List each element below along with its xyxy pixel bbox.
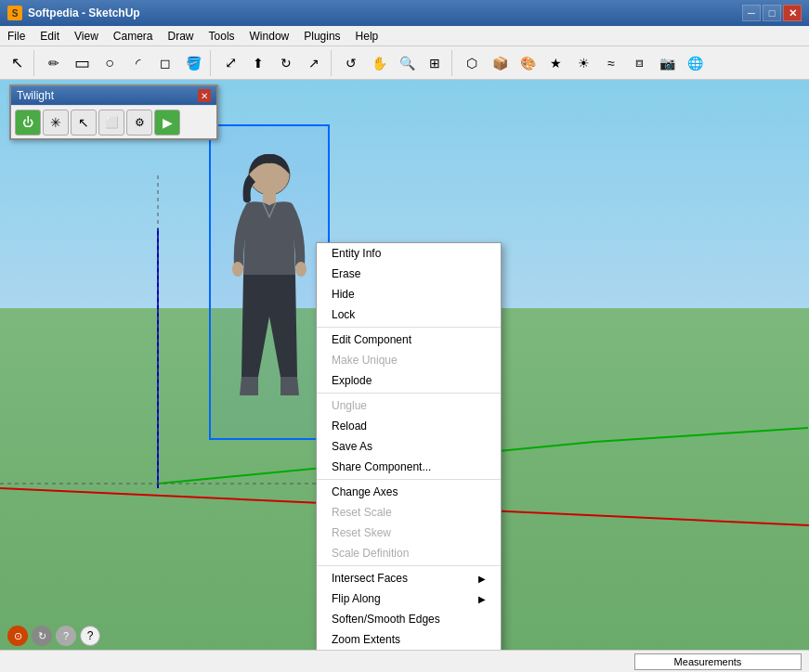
ctx-unglue: Unglue	[317, 395, 501, 416]
ctx-flip-along[interactable]: Flip Along ▶	[317, 588, 501, 609]
tool-rotate[interactable]: ↻	[273, 50, 299, 76]
tw-btn-render[interactable]: ▶	[154, 110, 180, 136]
ctx-entity-info[interactable]: Entity Info	[317, 243, 501, 264]
tool-zoom[interactable]: 🔍	[394, 50, 420, 76]
menu-file[interactable]: File	[0, 28, 33, 45]
close-button[interactable]: ✕	[783, 5, 802, 21]
tool-pan[interactable]: ✋	[366, 50, 392, 76]
titlebar: S Softpedia - SketchUp ─ □ ✕	[0, 0, 809, 26]
ctx-erase[interactable]: Erase	[317, 264, 501, 284]
menu-tools[interactable]: Tools	[202, 28, 242, 45]
tool-shadows[interactable]: ☀	[570, 50, 596, 76]
ctx-sep-1	[317, 327, 501, 328]
ctx-reset-skew: Reset Skew	[317, 523, 501, 543]
title-text: Softpedia - SketchUp	[28, 6, 742, 19]
flip-along-arrow: ▶	[478, 594, 486, 604]
menu-help[interactable]: Help	[348, 28, 386, 45]
ctx-scale-definition: Scale Definition	[317, 543, 501, 563]
tool-fog[interactable]: ≈	[598, 50, 624, 76]
ctx-sep-3	[317, 479, 501, 480]
ctx-sep-4	[317, 565, 501, 566]
tool-move[interactable]: ⤢	[217, 50, 243, 76]
measurements-box[interactable]: Measurements	[634, 653, 802, 670]
menu-edit[interactable]: Edit	[33, 28, 67, 45]
tool-eraser[interactable]: ◻	[152, 50, 178, 76]
tool-orbit[interactable]: ↺	[338, 50, 364, 76]
toolbar: ↖ ✏ ▭ ○ ◜ ◻ 🪣 ⤢ ⬆ ↻ ↗ ↺ ✋ 🔍 ⊞ ⬡ 📦 🎨 ★ ☀ …	[0, 46, 809, 80]
menubar: File Edit View Camera Draw Tools Window …	[0, 26, 809, 46]
menu-draw[interactable]: Draw	[161, 28, 202, 45]
tool-push-pull[interactable]: ⬆	[245, 50, 271, 76]
ctx-explode[interactable]: Explode	[317, 370, 501, 391]
ctx-hide[interactable]: Hide	[317, 284, 501, 304]
tool-pencil[interactable]: ✏	[41, 50, 67, 76]
ctx-zoom-extents[interactable]: Zoom Extents	[317, 629, 501, 650]
tool-components[interactable]: 📦	[487, 50, 513, 76]
twilight-panel-header[interactable]: Twilight ✕	[11, 86, 216, 105]
twilight-close-button[interactable]: ✕	[198, 89, 211, 102]
minimize-button[interactable]: ─	[742, 5, 761, 21]
twilight-title: Twilight	[17, 89, 54, 102]
tool-geo-location[interactable]: 🌐	[682, 50, 708, 76]
tool-styles[interactable]: ★	[542, 50, 568, 76]
context-menu: Entity Info Erase Hide Lock Edit Compone…	[316, 242, 502, 650]
toolbar-separator-2	[210, 50, 214, 76]
viewport[interactable]: Twilight ✕ ⏻ ✳ ↖ ⬜ ⚙ ▶ Entity Info Erase…	[0, 80, 809, 650]
ctx-share-component[interactable]: Share Component...	[317, 457, 501, 477]
twilight-panel: Twilight ✕ ⏻ ✳ ↖ ⬜ ⚙ ▶	[9, 84, 218, 140]
tool-zoom-extents[interactable]: ⊞	[422, 50, 448, 76]
intersect-faces-arrow: ▶	[478, 574, 486, 584]
menu-camera[interactable]: Camera	[106, 28, 161, 45]
selection-box	[209, 124, 330, 440]
tool-circle[interactable]: ○	[97, 50, 123, 76]
ctx-save-as[interactable]: Save As	[317, 436, 501, 457]
maximize-button[interactable]: □	[763, 5, 781, 21]
bottom-icon-home[interactable]: ⊙	[7, 626, 28, 646]
tw-btn-component[interactable]: ⬜	[98, 110, 124, 136]
tw-btn-sun[interactable]: ✳	[43, 110, 69, 136]
main-area: Twilight ✕ ⏻ ✳ ↖ ⬜ ⚙ ▶ Entity Info Erase…	[0, 80, 809, 650]
tool-materials[interactable]: 🎨	[515, 50, 541, 76]
menu-window[interactable]: Window	[242, 28, 297, 45]
bottom-icon-info[interactable]: ?	[56, 626, 76, 646]
menu-view[interactable]: View	[67, 28, 106, 45]
ctx-edit-component[interactable]: Edit Component	[317, 330, 501, 350]
toolbar-separator-4	[451, 50, 455, 76]
title-controls: ─ □ ✕	[742, 5, 802, 21]
tool-rectangle[interactable]: ▭	[69, 50, 95, 76]
tool-layers[interactable]: ⧈	[626, 50, 652, 76]
ctx-intersect-faces[interactable]: Intersect Faces ▶	[317, 568, 501, 588]
bottom-icon-help[interactable]: ?	[80, 626, 100, 646]
ctx-sep-2	[317, 393, 501, 394]
tool-select[interactable]: ↖	[4, 50, 30, 76]
app-icon: S	[7, 6, 22, 20]
ctx-make-unique: Make Unique	[317, 350, 501, 370]
ctx-change-axes[interactable]: Change Axes	[317, 482, 501, 502]
statusbar: Measurements	[0, 650, 809, 672]
ctx-soften-smooth[interactable]: Soften/Smooth Edges	[317, 609, 501, 629]
tool-follow-me[interactable]: ↗	[301, 50, 327, 76]
tw-btn-cursor[interactable]: ↖	[71, 110, 97, 136]
bottom-icon-refresh[interactable]: ↻	[32, 626, 52, 646]
ctx-reload[interactable]: Reload	[317, 416, 501, 436]
ctx-lock[interactable]: Lock	[317, 304, 501, 325]
menu-plugins[interactable]: Plugins	[296, 28, 347, 45]
tw-btn-settings[interactable]: ⚙	[126, 110, 152, 136]
bottom-icons-bar: ⊙ ↻ ? ?	[7, 626, 100, 646]
tool-arc[interactable]: ◜	[124, 50, 150, 76]
twilight-panel-toolbar: ⏻ ✳ ↖ ⬜ ⚙ ▶	[11, 105, 216, 138]
ctx-reset-scale: Reset Scale	[317, 502, 501, 523]
toolbar-separator-3	[331, 50, 334, 76]
tool-match-photo[interactable]: 📷	[654, 50, 680, 76]
toolbar-separator-1	[33, 50, 37, 76]
tw-btn-power[interactable]: ⏻	[15, 110, 41, 136]
tool-paint[interactable]: 🪣	[180, 50, 206, 76]
tool-section-plane[interactable]: ⬡	[459, 50, 485, 76]
measurements-label: Measurements	[674, 656, 742, 667]
